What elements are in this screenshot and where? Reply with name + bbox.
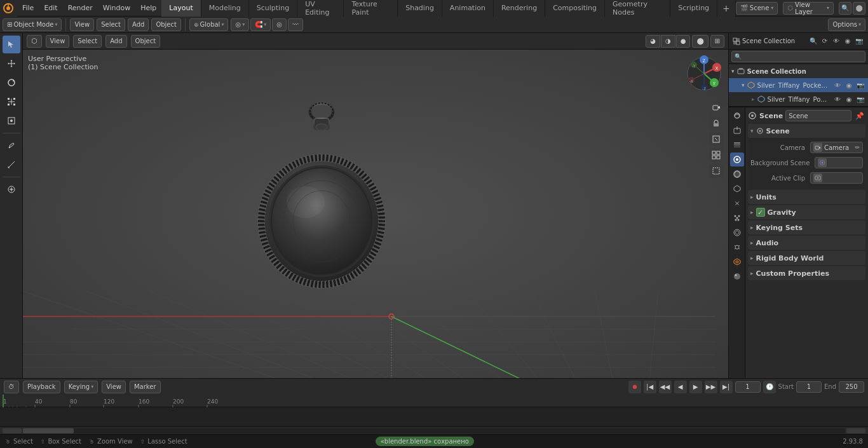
prop-tab-viewlayer[interactable] <box>730 138 744 152</box>
pivot-btn[interactable]: ◎ ▾ <box>231 18 249 31</box>
item-select-1[interactable]: ◉ <box>844 94 854 104</box>
scrollbar-track[interactable] <box>23 428 845 433</box>
menu-edit[interactable]: Edit <box>39 0 62 17</box>
scrollbar-thumb-right[interactable] <box>846 428 865 433</box>
rendered-preview[interactable]: ● <box>676 35 691 48</box>
camera-view-btn[interactable] <box>709 100 723 114</box>
tab-layout[interactable]: Layout <box>161 0 201 17</box>
prop-pin-btn[interactable]: 📌 <box>854 110 865 121</box>
view-layer-selector[interactable]: ⬡ View Layer ▾ <box>783 2 834 15</box>
timeline-view-menu[interactable]: View <box>102 381 126 393</box>
prop-tab-particles[interactable] <box>730 211 744 225</box>
menu-window[interactable]: Window <box>98 0 135 17</box>
item-render-1[interactable]: 📷 <box>855 94 865 104</box>
tab-animation[interactable]: Animation <box>442 0 494 17</box>
item-select-0[interactable]: ◉ <box>844 80 854 90</box>
play-btn[interactable]: ▶ <box>689 381 702 393</box>
options-btn[interactable]: Options ▾ <box>828 18 865 31</box>
menu-help[interactable]: Help <box>135 0 161 17</box>
search-btn[interactable]: 🔍 <box>839 2 851 15</box>
keying-sets-header[interactable]: ▸ Keying Sets <box>748 221 865 234</box>
vp-overlays[interactable]: ⬤ <box>692 35 708 48</box>
outliner-search-input[interactable] <box>744 51 862 62</box>
vp-gizmos[interactable]: ⊞ <box>710 35 724 48</box>
tab-rendering[interactable]: Rendering <box>494 0 545 17</box>
reverse-play-btn[interactable]: ◀ <box>674 381 687 393</box>
menu-render[interactable]: Render <box>63 0 98 17</box>
view-all-btn[interactable] <box>709 132 723 146</box>
outliner-sync-btn[interactable]: ⟳ <box>820 36 830 46</box>
tool-rotate[interactable] <box>3 74 20 92</box>
tab-modeling[interactable]: Modeling <box>201 0 249 17</box>
tool-annotate[interactable] <box>3 137 20 154</box>
transform-orientation[interactable]: ⊕ Global ▾ <box>189 18 228 31</box>
render-region-btn[interactable] <box>709 164 723 178</box>
gravity-checkbox[interactable]: ✓ <box>756 208 765 217</box>
proportional-btn[interactable]: ◎ <box>272 18 287 31</box>
active-clip-field[interactable] <box>810 172 863 184</box>
jump-end-btn[interactable]: ▶| <box>720 381 733 393</box>
lock-camera-btn[interactable] <box>709 116 723 130</box>
vp-add-menu[interactable]: Add <box>105 35 126 48</box>
outliner-eye-icon[interactable]: 👁 <box>831 36 841 46</box>
current-frame-display[interactable]: 1 <box>735 381 761 393</box>
gravity-section-header[interactable]: ▸ ✓ Gravity <box>748 205 865 219</box>
marker-menu[interactable]: Marker <box>130 381 161 393</box>
vp-view-menu[interactable]: View <box>46 35 70 48</box>
solid-shading[interactable]: ◕ <box>646 35 660 48</box>
scene-section-header[interactable]: ▾ Scene <box>748 124 865 138</box>
blender-logo[interactable] <box>0 0 17 17</box>
record-btn[interactable]: ⏺ <box>628 381 641 393</box>
tool-transform[interactable] <box>3 112 20 130</box>
jump-back-btn[interactable]: ◀◀ <box>659 381 672 393</box>
add-menu[interactable]: Add <box>128 18 149 31</box>
tab-geometry-nodes[interactable]: Geometry Nodes <box>605 0 670 17</box>
tool-scale[interactable] <box>3 93 20 111</box>
prop-tab-world[interactable] <box>730 167 744 181</box>
item-eye-0[interactable]: 👁 <box>832 80 843 90</box>
scene-collection-row[interactable]: ▾ Scene Collection <box>729 64 868 78</box>
custom-props-header[interactable]: ▸ Custom Properties <box>748 266 865 280</box>
viewport-canvas[interactable]: User Perspective (1) Scene Collection X … <box>23 50 728 378</box>
tool-add-object[interactable] <box>3 180 20 198</box>
object-menu[interactable]: Object <box>151 18 181 31</box>
outliner-item-1[interactable]: ▸ Silver_Tiffany_Pocket_Wi... 👁 ◉ 📷 <box>729 92 868 106</box>
tool-measure[interactable] <box>3 156 20 173</box>
scene-selector[interactable]: 🎬 Scene ▾ <box>736 2 778 15</box>
item-eye-1[interactable]: 👁 <box>832 94 843 104</box>
end-frame-input[interactable]: 250 <box>839 381 864 393</box>
tab-uv-editing[interactable]: UV Editing <box>297 0 344 17</box>
units-section-header[interactable]: ▸ Units <box>748 190 865 204</box>
prop-tab-object[interactable] <box>730 182 744 196</box>
bg-scene-field[interactable] <box>815 157 863 168</box>
view-menu[interactable]: View <box>70 18 94 31</box>
toggle-quad-btn[interactable] <box>709 148 723 162</box>
tab-add[interactable]: + <box>717 0 736 17</box>
tab-sculpting[interactable]: Sculpting <box>249 0 297 17</box>
jump-start-btn[interactable]: |◀ <box>644 381 656 393</box>
prop-tab-render[interactable] <box>730 109 744 123</box>
outliner-render-icon[interactable]: 📷 <box>854 36 864 46</box>
tool-move[interactable] <box>3 55 20 72</box>
tool-cursor[interactable] <box>3 36 20 53</box>
item-render-0[interactable]: 📷 <box>855 80 865 90</box>
editor-type-btn[interactable]: ⊞ Object Mode ▾ <box>3 18 62 31</box>
menu-file[interactable]: File <box>17 0 39 17</box>
prop-tab-object-data[interactable] <box>730 255 744 269</box>
camera-field[interactable]: Camera ✏ <box>810 142 863 153</box>
jump-forward-btn[interactable]: ▶▶ <box>705 381 717 393</box>
keying-menu[interactable]: Keying ▾ <box>64 381 98 393</box>
tab-texture-paint[interactable]: Texture Paint <box>344 0 398 17</box>
scrollbar-thumb[interactable] <box>23 428 74 433</box>
frame-rate-btn[interactable]: 🕐 <box>763 381 776 393</box>
prop-tab-physics[interactable] <box>730 226 744 240</box>
material-preview[interactable]: ◑ <box>661 35 675 48</box>
vp-object-menu[interactable]: Object <box>131 35 161 48</box>
outliner-select-icon[interactable]: ◉ <box>843 36 853 46</box>
prop-tab-material[interactable] <box>730 269 744 283</box>
camera-edit-btn[interactable]: ✏ <box>855 144 860 151</box>
rigid-body-header[interactable]: ▸ Rigid Body World <box>748 251 865 265</box>
prop-tab-output[interactable] <box>730 123 744 137</box>
snap-btn[interactable]: 🧲 ▾ <box>250 18 271 31</box>
nav-widget[interactable]: X Y Z -X -Y -Z <box>685 55 723 93</box>
